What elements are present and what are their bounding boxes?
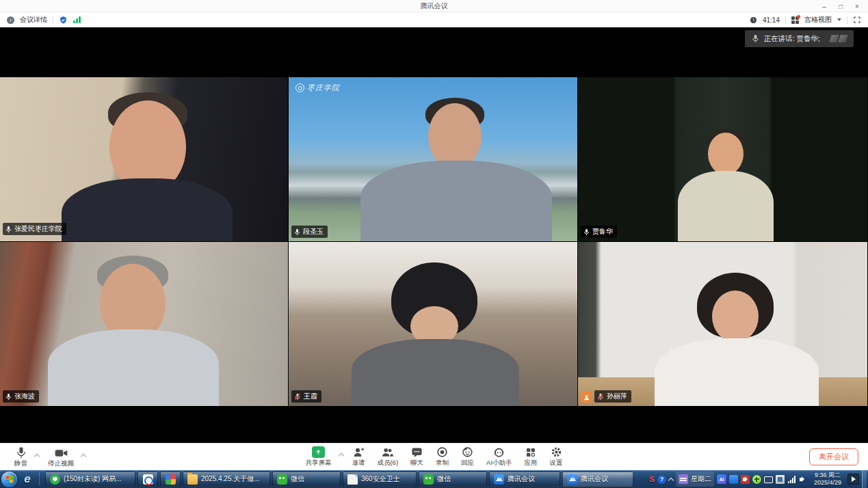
video-tile-sunliping[interactable]: 孙丽萍 bbox=[578, 242, 867, 406]
meeting-details-link[interactable]: 会议详情 bbox=[20, 15, 47, 25]
view-mode-selector[interactable]: 宫格视图 bbox=[804, 15, 832, 25]
video-tile-zhanghaibo[interactable]: 张海波 bbox=[0, 242, 288, 406]
grid-view-icon bbox=[791, 16, 799, 24]
taskbar-wechat-button[interactable]: 微信 bbox=[272, 472, 341, 487]
taskbar-folder-button[interactable]: 2025.4.25.关于做... bbox=[183, 472, 270, 487]
minimize-button[interactable]: – bbox=[816, 0, 832, 12]
share-options-chevron[interactable] bbox=[338, 453, 343, 459]
name-label: 孙丽萍 bbox=[594, 390, 631, 403]
video-tile-duanshengyu[interactable]: 枣庄学院 段圣玉 bbox=[289, 77, 577, 241]
reaction-button[interactable]: 回应 bbox=[456, 446, 479, 467]
window-controls: – □ × bbox=[816, 0, 865, 12]
taskbar-meeting-button[interactable]: 腾讯会议 bbox=[489, 472, 560, 487]
taskbar-360-button[interactable]: 360安全卫士 bbox=[343, 472, 417, 487]
participant-figure bbox=[687, 128, 763, 241]
taskbar-baidu-pan-button[interactable] bbox=[137, 472, 158, 487]
sogou-input-icon[interactable]: S bbox=[650, 475, 655, 483]
maximize-button[interactable]: □ bbox=[832, 0, 849, 12]
participant-name: 张海波 bbox=[14, 392, 35, 401]
fullscreen-icon[interactable] bbox=[853, 16, 861, 24]
participant-name: 王霞 bbox=[304, 392, 317, 401]
participant-figure bbox=[82, 91, 212, 241]
divider bbox=[847, 16, 847, 24]
participant-figure bbox=[667, 273, 804, 406]
share-screen-icon bbox=[312, 446, 325, 458]
internet-explorer-icon[interactable]: e bbox=[19, 472, 36, 486]
divider bbox=[785, 16, 786, 24]
weekday-label: 星期二 bbox=[691, 474, 711, 484]
mail-browser-icon bbox=[50, 474, 60, 485]
taskbar-mail-button[interactable]: (150封未读) 网易... bbox=[45, 472, 135, 487]
start-button[interactable] bbox=[1, 472, 17, 487]
stop-video-button[interactable]: 停止视频 bbox=[43, 448, 79, 468]
meeting-control-bar: 静音 停止视频 共享屏幕 邀请 成员(6) bbox=[0, 443, 868, 470]
folder-icon bbox=[187, 474, 198, 485]
network-tray-icon[interactable] bbox=[776, 475, 785, 484]
help-icon[interactable]: ? bbox=[657, 475, 666, 484]
chevron-down-icon[interactable] bbox=[837, 18, 841, 21]
record-button[interactable]: 录制 bbox=[431, 446, 453, 467]
name-label: 张海波 bbox=[3, 390, 39, 403]
video-options-chevron[interactable] bbox=[81, 453, 86, 459]
settings-button[interactable]: 设置 bbox=[545, 446, 568, 467]
participant-figure bbox=[62, 256, 212, 406]
green-plus-tray-icon[interactable] bbox=[752, 475, 761, 484]
security-shield-icon[interactable] bbox=[59, 16, 68, 25]
media-play-tray-icon[interactable] bbox=[847, 474, 859, 485]
clock-date: 2025/4/29 bbox=[814, 479, 841, 487]
taskbar-wechat2-button[interactable]: 微信 bbox=[419, 472, 487, 487]
tray-calendar[interactable]: 星期二 bbox=[676, 472, 714, 487]
control-bar-left: 静音 停止视频 bbox=[10, 446, 87, 468]
window-title: 腾讯会议 bbox=[421, 1, 448, 11]
ai-tray-icon[interactable]: AI bbox=[717, 474, 726, 484]
show-desktop-button[interactable] bbox=[862, 470, 867, 488]
name-label: 王霞 bbox=[291, 390, 321, 403]
video-stage: 正在讲话: 贾鲁华; 张爱民枣庄学院 bbox=[0, 27, 868, 443]
ai-assistant-button[interactable]: AI小助手 bbox=[482, 446, 516, 467]
mic-on-icon bbox=[294, 228, 300, 236]
control-bar-center: 共享屏幕 邀请 成员(6) 聊天 录制 回应 bbox=[300, 446, 567, 467]
calendar-icon bbox=[679, 474, 688, 484]
mic-on-icon bbox=[583, 228, 590, 236]
close-button[interactable]: × bbox=[849, 0, 865, 12]
video-tile-jialuhua[interactable]: 贾鲁华 bbox=[578, 77, 867, 241]
voice-wave-graphic bbox=[830, 35, 847, 42]
logo-ring-icon bbox=[295, 83, 304, 92]
taskbar-meeting-button-active[interactable]: 腾讯会议 bbox=[562, 472, 633, 487]
camera-icon bbox=[55, 448, 68, 459]
meeting-tray-icon[interactable] bbox=[729, 475, 738, 484]
record-icon bbox=[436, 446, 448, 458]
window-titlebar: 腾讯会议 – □ × bbox=[0, 0, 868, 12]
mic-on-icon bbox=[5, 393, 12, 401]
apps-button[interactable]: 应用 bbox=[520, 447, 542, 467]
red-speaker-tray-icon[interactable] bbox=[741, 475, 750, 484]
active-speaker-indicator: 正在讲话: 贾鲁华; bbox=[745, 30, 854, 47]
volume-tray-icon[interactable] bbox=[799, 475, 808, 484]
apps-grid-icon bbox=[525, 447, 536, 458]
baidu-pan-icon bbox=[143, 474, 153, 485]
tray-expand-chevron-icon[interactable] bbox=[668, 477, 674, 483]
share-screen-button[interactable]: 共享屏幕 bbox=[300, 446, 336, 467]
members-button[interactable]: 成员(6) bbox=[372, 446, 403, 467]
chat-bubble-icon bbox=[411, 446, 423, 458]
taskbar-clock[interactable]: 9:36 周二 2025/4/29 bbox=[811, 472, 845, 487]
university-logo-watermark: 枣庄学院 bbox=[295, 83, 340, 93]
microphone-icon bbox=[752, 34, 759, 43]
video-tile-zhangaimin[interactable]: 张爱民枣庄学院 bbox=[0, 77, 288, 241]
network-signal-icon[interactable] bbox=[73, 16, 81, 23]
divider bbox=[53, 16, 53, 24]
tencent-meeting-icon bbox=[567, 474, 577, 485]
leave-meeting-button[interactable]: 离开会议 bbox=[809, 448, 858, 465]
signal-tray-icon[interactable] bbox=[787, 475, 796, 484]
monitor-tray-icon[interactable] bbox=[764, 476, 773, 483]
participant-grid: 张爱民枣庄学院 枣庄学院 段圣玉 bbox=[0, 77, 868, 406]
chat-button[interactable]: 聊天 bbox=[406, 446, 428, 467]
taskbar-pinwheel-button[interactable] bbox=[160, 472, 181, 487]
windows-taskbar: e (150封未读) 网易... 2025.4.25.关于做... 微信 360… bbox=[0, 470, 868, 488]
mic-options-chevron[interactable] bbox=[34, 453, 40, 459]
system-tray: S ? 星期二 AI 9:36 周二 2025/4/29 bbox=[650, 470, 867, 488]
invite-button[interactable]: 邀请 bbox=[347, 446, 369, 467]
video-tile-wangxia[interactable]: 王霞 bbox=[289, 242, 577, 406]
mute-button[interactable]: 静音 bbox=[10, 446, 32, 468]
reaction-face-icon bbox=[462, 446, 473, 458]
